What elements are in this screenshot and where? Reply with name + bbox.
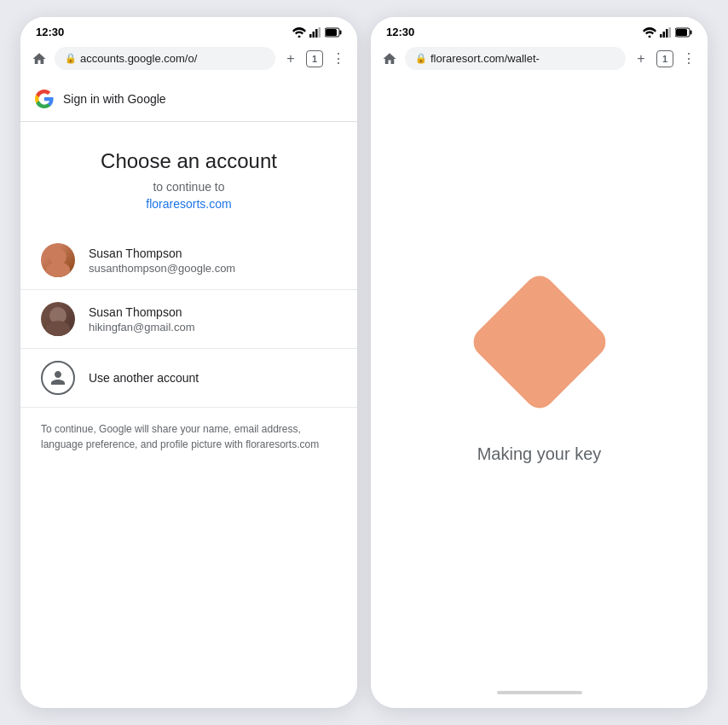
privacy-note: To continue, Google will share your name… bbox=[20, 408, 357, 466]
page-content-right: Making your key bbox=[371, 77, 708, 708]
home-button[interactable] bbox=[29, 49, 49, 69]
svg-rect-10 bbox=[663, 32, 666, 38]
browser-actions-left: + 1 ⋮ bbox=[280, 49, 349, 69]
svg-rect-4 bbox=[319, 27, 321, 38]
google-logo-icon bbox=[34, 89, 55, 109]
account-email-1: susanthompson@google.com bbox=[89, 262, 235, 275]
signal-icon-right bbox=[660, 27, 672, 38]
svg-rect-1 bbox=[309, 34, 312, 38]
right-phone: 12:30 bbox=[371, 17, 708, 708]
use-another-account-item[interactable]: Use another account bbox=[20, 349, 357, 408]
menu-button-left[interactable]: ⋮ bbox=[328, 49, 349, 69]
svg-rect-7 bbox=[326, 29, 337, 36]
battery-icon-right bbox=[675, 27, 692, 38]
avatar-2 bbox=[41, 302, 75, 336]
menu-button-right[interactable]: ⋮ bbox=[679, 49, 699, 69]
making-key-text: Making your key bbox=[477, 444, 602, 464]
status-icons-right bbox=[643, 27, 692, 38]
floraresorts-link[interactable]: floraresorts.com bbox=[41, 197, 337, 211]
status-time-right: 12:30 bbox=[386, 26, 414, 38]
tab-count-left[interactable]: 1 bbox=[306, 50, 323, 67]
account-item-1[interactable]: Susan Thompson susanthompson@google.com bbox=[20, 231, 357, 290]
svg-rect-14 bbox=[690, 30, 692, 34]
home-button-right[interactable] bbox=[379, 49, 400, 69]
choose-account-title: Choose an account bbox=[41, 149, 337, 173]
browser-chrome-left: 🔒 accounts.google.com/o/ + 1 ⋮ bbox=[20, 42, 357, 77]
signal-icon bbox=[309, 27, 321, 38]
lock-icon-right: 🔒 bbox=[415, 53, 427, 64]
google-header: Sign in with Google bbox=[20, 77, 357, 122]
svg-point-8 bbox=[649, 35, 651, 38]
account-list: Susan Thompson susanthompson@google.com … bbox=[20, 231, 357, 408]
svg-rect-2 bbox=[313, 32, 315, 38]
svg-rect-15 bbox=[676, 29, 687, 36]
browser-actions-right: + 1 ⋮ bbox=[631, 49, 699, 69]
making-key-section: Making your key bbox=[371, 77, 708, 677]
bottom-bar bbox=[371, 677, 708, 708]
use-another-account-label: Use another account bbox=[89, 371, 199, 385]
account-name-1: Susan Thompson bbox=[89, 246, 235, 260]
status-bar-left: 12:30 bbox=[20, 17, 357, 42]
choose-account-subtitle: to continue to bbox=[41, 180, 337, 194]
wifi-icon-right bbox=[643, 27, 656, 38]
svg-rect-11 bbox=[666, 29, 668, 38]
status-time-left: 12:30 bbox=[36, 26, 64, 38]
svg-rect-3 bbox=[315, 29, 318, 38]
account-email-2: hikingfan@gmail.com bbox=[89, 321, 194, 334]
svg-rect-6 bbox=[340, 30, 342, 34]
status-bar-right: 12:30 bbox=[371, 17, 708, 42]
avatar-1 bbox=[41, 243, 75, 277]
browser-chrome-right: 🔒 floraresort.com/wallet- + 1 ⋮ bbox=[371, 42, 708, 77]
left-phone: 12:30 bbox=[20, 17, 357, 708]
status-icons-left bbox=[292, 27, 342, 38]
new-tab-button[interactable]: + bbox=[280, 49, 301, 69]
svg-point-0 bbox=[298, 35, 301, 38]
person-add-icon bbox=[41, 361, 75, 395]
address-bar-left[interactable]: 🔒 accounts.google.com/o/ bbox=[55, 47, 275, 70]
address-bar-right[interactable]: 🔒 floraresort.com/wallet- bbox=[405, 47, 626, 70]
google-header-text: Sign in with Google bbox=[63, 92, 166, 106]
account-item-2[interactable]: Susan Thompson hikingfan@gmail.com bbox=[20, 290, 357, 349]
new-tab-button-right[interactable]: + bbox=[631, 49, 651, 69]
choose-account-section: Choose an account to continue to florare… bbox=[20, 122, 357, 211]
account-info-1: Susan Thompson susanthompson@google.com bbox=[89, 246, 235, 275]
page-content-left: Sign in with Google Choose an account to… bbox=[20, 77, 357, 708]
url-text-left: accounts.google.com/o/ bbox=[80, 52, 197, 65]
battery-icon bbox=[325, 27, 342, 38]
account-info-2: Susan Thompson hikingfan@gmail.com bbox=[89, 305, 194, 334]
url-text-right: floraresort.com/wallet- bbox=[430, 52, 540, 65]
tab-count-right[interactable]: 1 bbox=[656, 50, 673, 67]
wifi-icon bbox=[292, 27, 306, 38]
lock-icon: 🔒 bbox=[65, 53, 77, 64]
account-name-2: Susan Thompson bbox=[89, 305, 194, 319]
svg-rect-12 bbox=[669, 27, 672, 38]
diamond-shape-icon bbox=[467, 270, 612, 415]
svg-rect-9 bbox=[660, 34, 662, 38]
home-indicator bbox=[497, 691, 582, 694]
